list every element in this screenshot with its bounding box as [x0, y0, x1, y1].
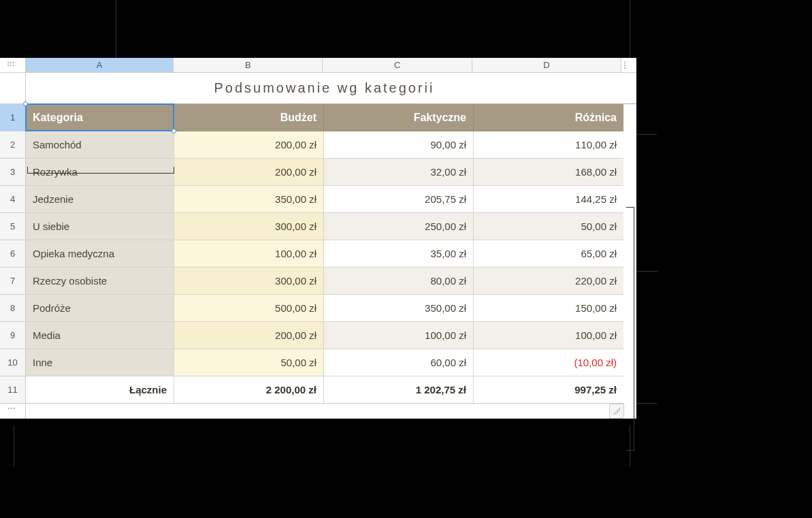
row-header[interactable]: 11 [0, 376, 26, 404]
selection-handle-icon[interactable] [23, 101, 28, 106]
cell-category[interactable]: Opieka medyczna [26, 240, 174, 268]
row-number: 6 [10, 248, 15, 259]
cell-value: 65,00 zł [581, 248, 617, 259]
cell-actual[interactable]: 35,00 zł [324, 240, 474, 268]
row-number: 11 [7, 385, 17, 395]
cell-budget[interactable]: 500,00 zł [174, 295, 324, 322]
cell-category[interactable]: Inne [26, 349, 174, 376]
table-row: 6 Opieka medyczna 100,00 zł 35,00 zł 65,… [0, 240, 636, 268]
cell-value: 1 202,75 zł [416, 384, 466, 395]
header-cell-category[interactable]: Kategoria [26, 104, 174, 131]
footer-label-cell[interactable]: Łącznie [26, 376, 174, 404]
row-header[interactable]: 8 [0, 295, 26, 322]
bottom-handle-row [0, 404, 636, 419]
column-header-c[interactable]: C [323, 58, 472, 73]
column-header-a[interactable]: A [26, 58, 174, 73]
cell-category[interactable]: Samochód [26, 131, 174, 159]
header-cell-budget[interactable]: Budżet [174, 104, 324, 131]
cell-actual[interactable]: 90,00 zł [324, 131, 474, 159]
cell-diff[interactable]: 144,25 zł [474, 186, 623, 213]
cell-diff[interactable]: 100,00 zł [474, 322, 623, 349]
drag-handle-icon [8, 408, 18, 415]
table-row: 10 Inne 50,00 zł 60,00 zł (10,00 zł) [0, 349, 636, 376]
cell-value: 60,00 zł [430, 357, 466, 368]
selection-handle-icon[interactable] [172, 129, 176, 133]
cell-actual[interactable]: 350,00 zł [324, 295, 474, 322]
cell-actual[interactable]: 100,00 zł [324, 322, 474, 349]
cell-actual[interactable]: 32,00 zł [324, 159, 474, 186]
cell-diff[interactable]: 110,00 zł [474, 131, 623, 159]
cell-budget[interactable]: 300,00 zł [174, 213, 324, 240]
row-header[interactable]: 9 [0, 322, 26, 349]
cell-budget[interactable]: 200,00 zł [174, 322, 324, 349]
row-number: 9 [10, 330, 15, 340]
callout-line [14, 425, 14, 466]
table-row: 9 Media 200,00 zł 100,00 zł 100,00 zł [0, 322, 636, 349]
cell-diff[interactable]: 50,00 zł [474, 213, 623, 240]
add-column-handle[interactable] [621, 58, 636, 73]
footer-budget-cell[interactable]: 2 200,00 zł [174, 376, 324, 404]
row-header[interactable]: 6 [0, 240, 26, 268]
cell-value: 220,00 zł [575, 275, 617, 287]
cell-budget[interactable]: 300,00 zł [174, 268, 324, 295]
cell-value: 32,00 zł [430, 166, 466, 178]
cell-actual[interactable]: 250,00 zł [324, 213, 474, 240]
cell-diff[interactable]: 168,00 zł [474, 159, 623, 186]
cell-value: 168,00 zł [575, 166, 617, 178]
cell-category[interactable]: Podróże [26, 295, 174, 322]
row-number: 5 [10, 221, 15, 231]
table-title[interactable]: Podsumowanie wg kategorii [26, 73, 636, 104]
row-header-1[interactable]: 1 [0, 104, 26, 131]
column-header-b[interactable]: B [174, 58, 323, 73]
cell-value: Podróże [33, 302, 71, 314]
cell-value: 500,00 zł [275, 302, 316, 314]
cell-diff[interactable]: 220,00 zł [474, 268, 623, 295]
cell-diff[interactable]: 65,00 zł [474, 240, 623, 268]
cell-budget[interactable]: 200,00 zł [174, 131, 324, 159]
cell-actual[interactable]: 205,75 zł [324, 186, 474, 213]
cell-diff[interactable]: 150,00 zł [474, 295, 623, 322]
add-row-handle[interactable] [0, 404, 26, 419]
callout-line [630, 0, 630, 63]
cell-budget[interactable]: 100,00 zł [174, 240, 324, 268]
cell-value: 250,00 zł [425, 221, 466, 232]
table-resize-handle[interactable] [609, 404, 624, 419]
column-header-row: A B C D [0, 58, 636, 73]
header-label: Kategoria [33, 112, 83, 124]
cell-budget[interactable]: 50,00 zł [174, 349, 324, 376]
cell-value: Samochód [33, 139, 82, 150]
table-header-row: 1 Kategoria Budżet Faktyczne Różnica [0, 104, 636, 131]
cell-value: Rzeczy osobiste [33, 275, 107, 287]
cell-diff[interactable]: (10,00 zł) [474, 349, 623, 376]
footer-actual-cell[interactable]: 1 202,75 zł [324, 376, 474, 404]
cell-value: 35,00 zł [430, 248, 466, 259]
row-number: 7 [10, 276, 15, 286]
cell-category[interactable]: U siebie [26, 213, 174, 240]
row-number: 8 [10, 303, 15, 313]
cell-value: U siebie [33, 221, 69, 232]
cell-actual[interactable]: 60,00 zł [324, 349, 474, 376]
column-header-d[interactable]: D [472, 58, 621, 73]
cell-value: 50,00 zł [581, 221, 617, 232]
cell-budget[interactable]: 350,00 zł [174, 186, 324, 213]
cell-value: 100,00 zł [425, 329, 466, 341]
cell-budget[interactable]: 200,00 zł [174, 159, 324, 186]
table-corner-handle[interactable] [0, 58, 26, 73]
cell-value: 200,00 zł [275, 329, 316, 341]
cell-category[interactable]: Jedzenie [26, 186, 174, 213]
cell-actual[interactable]: 80,00 zł [324, 268, 474, 295]
cell-category[interactable]: Media [26, 322, 174, 349]
row-header[interactable]: 2 [0, 131, 26, 159]
cell-value: 150,00 zł [575, 302, 617, 314]
row-header[interactable]: 5 [0, 213, 26, 240]
row-header[interactable]: 4 [0, 186, 26, 213]
row-header[interactable]: 7 [0, 268, 26, 295]
row-header[interactable]: 10 [0, 349, 26, 376]
cell-value: 90,00 zł [430, 139, 466, 150]
row-header[interactable]: 3 [0, 159, 26, 186]
header-cell-actual[interactable]: Faktyczne [324, 104, 474, 131]
footer-diff-cell[interactable]: 997,25 zł [474, 376, 623, 404]
cell-category[interactable]: Rzeczy osobiste [26, 268, 174, 295]
header-cell-diff[interactable]: Różnica [474, 104, 623, 131]
cell-value: 300,00 zł [275, 275, 316, 287]
